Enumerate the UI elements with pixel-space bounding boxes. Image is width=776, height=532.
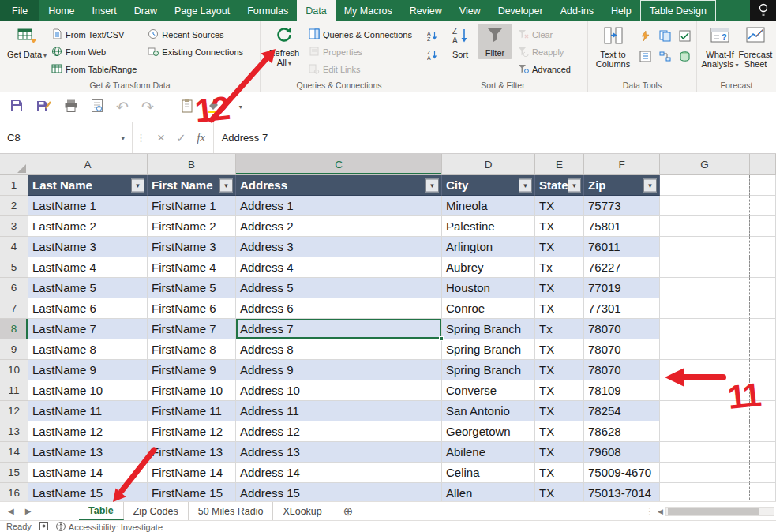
column-header-a[interactable]: A [28, 154, 148, 175]
enter-button[interactable]: ✓ [176, 131, 186, 145]
cell-F15[interactable]: 75009-4670 [584, 463, 660, 483]
column-header-b[interactable]: B [148, 154, 236, 175]
cell-E2[interactable]: TX [535, 196, 584, 216]
relationships-button[interactable] [656, 48, 673, 67]
cell-F13[interactable]: 78628 [584, 421, 660, 442]
cell-B13[interactable]: FirstName 12 [148, 421, 236, 442]
from-table-range-button[interactable]: From Table/Range [49, 61, 139, 77]
cell-F8[interactable]: 78070 [584, 319, 660, 339]
recent-sources-button[interactable]: Recent Sources [145, 26, 246, 43]
cell-C10[interactable]: Address 9 [236, 360, 442, 380]
row-header-5[interactable]: 5 [0, 257, 28, 278]
ribbon-tab-add-ins[interactable]: Add-ins [552, 0, 602, 21]
cell-E9[interactable]: TX [535, 339, 584, 360]
ribbon-tab-home[interactable]: Home [39, 0, 83, 21]
ribbon-tab-data[interactable]: Data [297, 0, 335, 21]
from-text-csv-button[interactable]: From Text/CSV [49, 26, 139, 43]
filter-dropdown-address[interactable]: ▼ [425, 178, 439, 192]
cell-x7[interactable] [750, 298, 776, 319]
cell-A1[interactable]: Last Name▼ [28, 175, 148, 196]
cell-D8[interactable]: Spring Branch [442, 319, 535, 339]
cell-D1[interactable]: City▼ [442, 175, 535, 196]
cell-G14[interactable] [660, 442, 750, 463]
row-header-9[interactable]: 9 [0, 339, 28, 360]
sheet-tab-table[interactable]: Table [79, 502, 124, 520]
cell-x14[interactable] [750, 442, 776, 463]
redo-button[interactable]: ↷ [141, 99, 154, 114]
cell-B10[interactable]: FirstName 9 [148, 360, 236, 380]
cell-A4[interactable]: LastName 3 [28, 237, 148, 257]
filter-button[interactable]: Filter [478, 24, 512, 59]
row-header-7[interactable]: 7 [0, 298, 28, 319]
lightbulb-button[interactable] [750, 0, 776, 21]
ribbon-tab-developer[interactable]: Developer [489, 0, 552, 21]
cell-E14[interactable]: TX [535, 442, 584, 463]
cell-A11[interactable]: LastName 10 [28, 380, 148, 401]
cell-G4[interactable] [660, 237, 750, 257]
queries-connections-button[interactable]: Queries & Connections [306, 26, 414, 43]
cell-A3[interactable]: LastName 2 [28, 216, 148, 237]
cell-F4[interactable]: 76011 [584, 237, 660, 257]
cell-C16[interactable]: Address 15 [236, 483, 442, 501]
cell-A2[interactable]: LastName 1 [28, 196, 148, 216]
cell-x13[interactable] [750, 421, 776, 442]
cell-E13[interactable]: TX [535, 421, 584, 442]
cell-B5[interactable]: FirstName 4 [148, 257, 236, 278]
data-validation-button[interactable] [676, 28, 693, 47]
scrollbar-thumb[interactable] [668, 508, 759, 515]
cell-D13[interactable]: Georgetown [442, 421, 535, 442]
cell-E15[interactable]: TX [535, 463, 584, 483]
cell-F9[interactable]: 78070 [584, 339, 660, 360]
cell-x11[interactable] [750, 380, 776, 401]
sheet-nav-next-icon[interactable]: ▶ [25, 507, 32, 515]
cell-E8[interactable]: Tx [535, 319, 584, 339]
row-header-2[interactable]: 2 [0, 196, 28, 216]
cell-x8[interactable] [750, 319, 776, 339]
print-preview-button[interactable] [91, 99, 103, 116]
row-header-10[interactable]: 10 [0, 360, 28, 380]
sheet-tab-zip-codes[interactable]: Zip Codes [124, 502, 189, 520]
advanced-filter-button[interactable]: Advanced [515, 61, 573, 77]
cell-A8[interactable]: LastName 7 [28, 319, 148, 339]
cell-E12[interactable]: TX [535, 401, 584, 421]
filter-dropdown-zip[interactable]: ▼ [643, 178, 657, 192]
get-data-button[interactable]: Get Data▾ [5, 24, 49, 61]
cell-A14[interactable]: LastName 13 [28, 442, 148, 463]
cell-C6[interactable]: Address 5 [236, 278, 442, 298]
cell-C12[interactable]: Address 11 [236, 401, 442, 421]
ribbon-tab-draw[interactable]: Draw [126, 0, 166, 21]
undo-button[interactable]: ↶ [116, 99, 129, 114]
cell-E16[interactable]: TX [535, 483, 584, 501]
cell-A9[interactable]: LastName 8 [28, 339, 148, 360]
filter-dropdown-state[interactable]: ▼ [568, 178, 581, 192]
cell-D16[interactable]: Allen [442, 483, 535, 501]
cell-D3[interactable]: Palestine [442, 216, 535, 237]
filter-dropdown-last-name[interactable]: ▼ [131, 178, 144, 192]
cell-A15[interactable]: LastName 14 [28, 463, 148, 483]
sort-az-button[interactable]: AZ [423, 27, 440, 44]
cell-G12[interactable] [660, 401, 750, 421]
cell-D7[interactable]: Conroe [442, 298, 535, 319]
cell-B7[interactable]: FirstName 6 [148, 298, 236, 319]
cell-F3[interactable]: 75801 [584, 216, 660, 237]
ribbon-tab-formulas[interactable]: Formulas [238, 0, 297, 21]
clear-filter-button[interactable]: Clear [515, 26, 573, 43]
from-web-button[interactable]: From Web [49, 43, 139, 60]
cell-C15[interactable]: Address 14 [236, 463, 442, 483]
column-header-partial[interactable] [750, 154, 776, 175]
cell-C9[interactable]: Address 8 [236, 339, 442, 360]
existing-connections-button[interactable]: Existing Connections [145, 43, 246, 60]
cell-C2[interactable]: Address 1 [236, 196, 442, 216]
sort-za-button[interactable]: ZA [423, 46, 440, 63]
text-to-columns-button[interactable]: Text to Columns [593, 24, 633, 71]
remove-duplicates-button[interactable] [656, 28, 673, 47]
what-if-analysis-button[interactable]: ? What-If Analysis▾ [702, 24, 738, 71]
cell-A5[interactable]: LastName 4 [28, 257, 148, 278]
column-header-c[interactable]: C [236, 154, 442, 175]
quick-print-button[interactable] [64, 99, 78, 116]
column-header-f[interactable]: F [584, 154, 660, 175]
cell-G9[interactable] [660, 339, 750, 360]
cell-x16[interactable] [750, 483, 776, 501]
name-box[interactable]: C8 ▾ [0, 122, 133, 153]
save-button[interactable] [9, 99, 24, 116]
